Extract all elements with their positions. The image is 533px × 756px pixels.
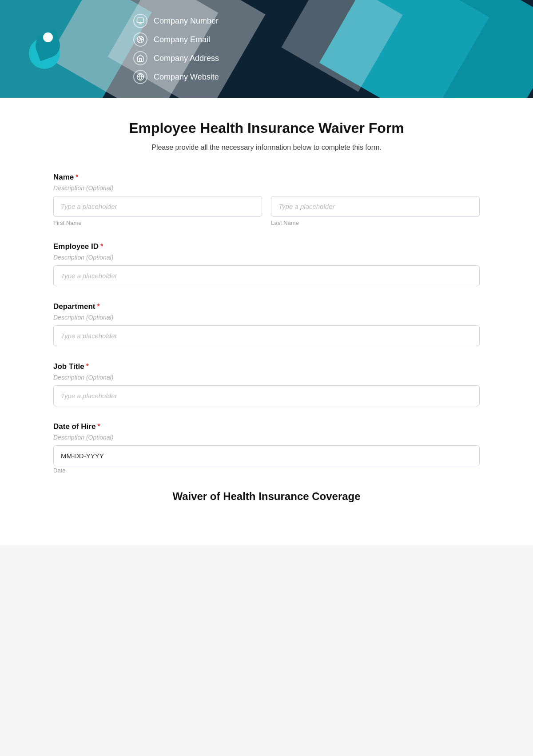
company-number-icon	[133, 14, 147, 28]
company-website-item: Company Website	[133, 70, 219, 84]
company-email-icon	[133, 32, 147, 47]
company-info: Company Number Company Email Company Add…	[98, 14, 533, 84]
company-website-label: Company Website	[154, 72, 219, 82]
company-address-label: Company Address	[154, 54, 219, 63]
department-required: *	[97, 303, 99, 311]
company-address-icon	[133, 51, 147, 65]
main-content: Employee Health Insurance Waiver Form Pl…	[0, 98, 533, 545]
name-description: Description (Optional)	[53, 184, 480, 192]
last-name-sublabel: Last Name	[271, 220, 480, 226]
form-title: Employee Health Insurance Waiver Form	[53, 120, 480, 136]
date-of-hire-input[interactable]	[53, 445, 480, 466]
logo-circle-small	[43, 32, 53, 42]
first-name-sublabel: First Name	[53, 220, 262, 226]
date-sublabel: Date	[53, 467, 65, 474]
last-name-col: Last Name	[271, 196, 480, 226]
department-section: Department * Description (Optional)	[53, 302, 480, 346]
logo-area	[0, 0, 98, 98]
job-title-description: Description (Optional)	[53, 374, 480, 381]
date-of-hire-section: Date of Hire * Description (Optional) Da…	[53, 422, 480, 474]
form-subtitle: Please provide all the necessary informa…	[53, 144, 480, 152]
svg-rect-0	[137, 18, 144, 23]
waiver-section-title: Waiver of Health Insurance Coverage	[53, 490, 480, 503]
company-website-icon	[133, 70, 147, 84]
name-row: First Name Last Name	[53, 196, 480, 226]
name-required: *	[76, 173, 78, 181]
job-title-input[interactable]	[53, 385, 480, 406]
company-number-label: Company Number	[154, 16, 219, 26]
name-label: Name *	[53, 173, 480, 182]
date-of-hire-description: Description (Optional)	[53, 434, 480, 441]
company-address-item: Company Address	[133, 51, 219, 65]
page-header: Company Number Company Email Company Add…	[0, 0, 533, 98]
waiver-section: Waiver of Health Insurance Coverage	[53, 490, 480, 503]
date-of-hire-label: Date of Hire *	[53, 422, 480, 431]
first-name-col: First Name	[53, 196, 262, 226]
employee-id-description: Description (Optional)	[53, 254, 480, 261]
job-title-section: Job Title * Description (Optional)	[53, 362, 480, 406]
company-email-label: Company Email	[154, 35, 210, 44]
name-section: Name * Description (Optional) First Name…	[53, 173, 480, 226]
company-number-item: Company Number	[133, 14, 219, 28]
employee-id-section: Employee ID * Description (Optional)	[53, 242, 480, 286]
employee-id-required: *	[100, 243, 103, 251]
employee-id-input[interactable]	[53, 265, 480, 286]
department-label: Department *	[53, 302, 480, 311]
date-of-hire-required: *	[97, 423, 100, 431]
employee-id-label: Employee ID *	[53, 242, 480, 251]
first-name-input[interactable]	[53, 196, 262, 217]
last-name-input[interactable]	[271, 196, 480, 217]
company-email-item: Company Email	[133, 32, 210, 47]
job-title-required: *	[86, 363, 89, 371]
job-title-label: Job Title *	[53, 362, 480, 371]
company-logo	[29, 29, 69, 69]
department-input[interactable]	[53, 325, 480, 346]
department-description: Description (Optional)	[53, 314, 480, 321]
